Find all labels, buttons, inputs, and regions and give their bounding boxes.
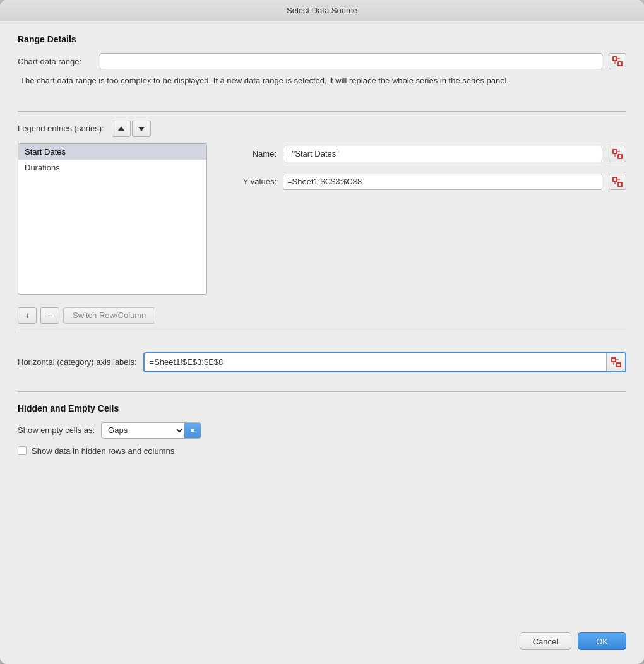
chart-data-range-label: Chart data range: <box>18 57 93 66</box>
name-field-row: Name: <box>226 146 626 162</box>
series-list[interactable]: Start Dates Durations <box>18 143 207 295</box>
legend-section: Legend entries (series): <box>18 121 626 324</box>
y-values-ref-button[interactable] <box>609 174 626 190</box>
series-fields: Name: Y values: <box>226 143 626 190</box>
chart-data-range-input[interactable] <box>100 53 602 69</box>
axis-input-wrapper <box>143 352 626 372</box>
show-empty-label: Show empty cells as: <box>18 425 95 435</box>
svg-rect-0 <box>613 57 617 61</box>
range-details-title: Range Details <box>18 34 626 44</box>
axis-ref-button[interactable] <box>606 353 625 371</box>
y-values-label: Y values: <box>226 177 277 186</box>
dialog-title: Select Data Source <box>287 6 357 15</box>
footer: Cancel OK <box>0 621 644 664</box>
axis-labels-label: Horizontal (category) axis labels: <box>18 357 137 367</box>
add-series-button[interactable]: + <box>18 307 37 324</box>
add-icon: + <box>25 311 30 321</box>
ok-button[interactable]: OK <box>578 632 626 650</box>
bottom-actions: + − Switch Row/Column <box>18 307 626 324</box>
show-hidden-row: Show data in hidden rows and columns <box>18 446 626 456</box>
name-field-label: Name: <box>226 149 277 158</box>
legend-label: Legend entries (series): <box>18 124 104 133</box>
remove-icon: − <box>47 311 52 321</box>
legend-header: Legend entries (series): <box>18 121 626 137</box>
name-ref-button[interactable] <box>609 146 626 162</box>
name-field-input[interactable] <box>283 146 602 162</box>
dialog: Select Data Source Range Details Chart d… <box>0 0 644 664</box>
svg-rect-1 <box>618 62 622 66</box>
series-item-durations[interactable]: Durations <box>18 160 206 175</box>
y-values-input[interactable] <box>283 174 602 190</box>
svg-rect-10 <box>613 177 617 181</box>
show-hidden-label: Show data in hidden rows and columns <box>32 446 174 456</box>
show-empty-select[interactable]: Gaps Zero Connect with line <box>102 423 184 438</box>
show-empty-dropdown-wrapper: Gaps Zero Connect with line <box>101 422 201 439</box>
svg-marker-4 <box>118 126 124 131</box>
axis-labels-input[interactable] <box>145 353 606 371</box>
hidden-empty-title: Hidden and Empty Cells <box>18 403 626 413</box>
range-details-section: Range Details Chart data range: The char… <box>18 34 626 95</box>
svg-rect-15 <box>617 363 621 367</box>
svg-marker-5 <box>138 127 145 131</box>
cancel-button[interactable]: Cancel <box>520 632 571 650</box>
hidden-empty-section: Hidden and Empty Cells Show empty cells … <box>18 403 626 456</box>
svg-rect-7 <box>618 155 622 158</box>
chart-range-ref-button[interactable] <box>609 53 626 69</box>
title-bar: Select Data Source <box>0 0 644 21</box>
series-item-start-dates[interactable]: Start Dates <box>18 144 206 160</box>
svg-rect-11 <box>618 182 622 186</box>
svg-rect-14 <box>612 358 616 362</box>
switch-row-column-button[interactable]: Switch Row/Column <box>63 307 155 324</box>
dialog-content: Range Details Chart data range: The char… <box>0 21 644 621</box>
dropdown-arrow-button[interactable] <box>184 422 201 439</box>
remove-series-button[interactable]: − <box>40 307 59 324</box>
info-text: The chart data range is too complex to b… <box>18 74 626 87</box>
move-down-button[interactable] <box>132 121 151 137</box>
divider-1 <box>18 111 626 112</box>
svg-rect-6 <box>613 150 617 153</box>
divider-2 <box>18 333 626 333</box>
show-hidden-checkbox[interactable] <box>18 446 27 455</box>
move-up-button[interactable] <box>112 121 131 137</box>
axis-labels-row: Horizontal (category) axis labels: <box>18 352 626 372</box>
chart-data-range-row: Chart data range: <box>18 53 626 69</box>
y-values-field-row: Y values: <box>226 174 626 190</box>
legend-body: Start Dates Durations Name: <box>18 143 626 295</box>
arrow-buttons <box>112 121 151 137</box>
divider-3 <box>18 391 626 392</box>
show-empty-row: Show empty cells as: Gaps Zero Connect w… <box>18 422 626 439</box>
